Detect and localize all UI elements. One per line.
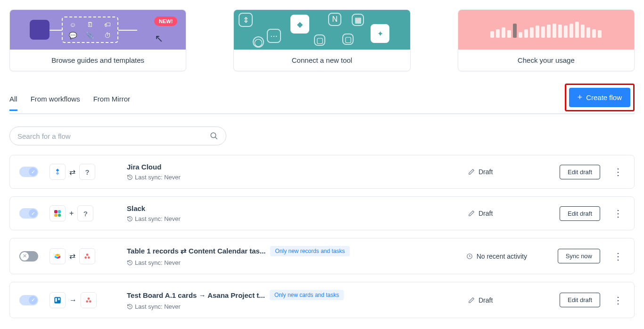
source-app-icon [50, 292, 66, 308]
flow-toggle[interactable]: ✓ [19, 208, 38, 219]
svg-rect-8 [58, 298, 59, 300]
target-app-icon: ? [79, 164, 95, 180]
source-app-icon [50, 205, 66, 221]
history-icon [127, 304, 133, 310]
flow-kebab-menu[interactable]: ⋮ [611, 295, 625, 306]
history-icon [127, 260, 133, 266]
svg-point-10 [86, 300, 88, 303]
target-app-icon [79, 248, 95, 264]
search-wrap [9, 127, 635, 145]
status-label: Draft [479, 296, 493, 304]
flow-list: ✓ ⇄ ? Jira Cloud Last sync: Never Draft … [9, 155, 635, 318]
tab-all[interactable]: All [9, 88, 17, 111]
flow-toggle[interactable]: ✕ [19, 251, 38, 262]
svg-rect-7 [55, 298, 57, 302]
flow-kebab-menu[interactable]: ⋮ [611, 251, 625, 262]
status-label: No recent activity [477, 253, 527, 260]
status-icon [468, 210, 475, 217]
svg-line-1 [215, 137, 217, 139]
status-icon [468, 297, 475, 304]
tabs-group: All From workflows From Mirror [9, 88, 130, 111]
create-flow-highlight: + Create flow [565, 84, 635, 111]
promo-banner-guides: ☺🗓🏷 💬📎⏱ NEW! ↖ [10, 10, 186, 50]
source-app-icon [50, 164, 66, 180]
status-icon [468, 169, 475, 175]
cursor-icon: ↖ [155, 33, 163, 45]
history-icon [127, 216, 133, 222]
direction-icon: + [69, 209, 74, 218]
flow-action-button[interactable]: Edit draft [560, 293, 600, 307]
flow-action-button[interactable]: Edit draft [560, 206, 600, 221]
flow-icons: ⇄ ? [50, 164, 116, 180]
flow-badge: Only new cards and tasks [270, 290, 344, 300]
promo-card-connect[interactable]: ⇕ ⋯ ◆ N ▦ ✦ ◯ ▢ ▢ Connect a new tool [233, 9, 410, 71]
svg-point-9 [88, 297, 90, 300]
flow-kebab-menu[interactable]: ⋮ [611, 208, 625, 219]
dashed-icons-group: ☺🗓🏷 💬📎⏱ [62, 17, 118, 43]
flow-status: No recent activity [466, 253, 546, 260]
promo-label: Browse guides and templates [10, 50, 186, 71]
svg-point-0 [211, 133, 216, 138]
flow-last-sync: Last sync: Never [127, 303, 457, 310]
flow-last-sync: Last sync: Never [127, 174, 457, 181]
status-label: Draft [479, 210, 493, 217]
flow-kebab-menu[interactable]: ⋮ [611, 166, 625, 177]
flow-last-sync: Last sync: Never [127, 259, 455, 266]
tab-from-mirror[interactable]: From Mirror [93, 88, 130, 111]
flow-action-button[interactable]: Sync now [558, 249, 600, 263]
promo-banner-connect: ⇕ ⋯ ◆ N ▦ ✦ ◯ ▢ ▢ [234, 10, 410, 50]
flow-title[interactable]: Table 1 records ⇄ Content Calendar tas..… [127, 247, 265, 255]
target-app-icon: ? [77, 205, 93, 221]
promo-label: Connect a new tool [234, 50, 410, 71]
source-app-icon [50, 248, 66, 264]
search-icon [210, 132, 218, 140]
flow-status: Draft [468, 168, 548, 176]
status-label: Draft [479, 168, 493, 176]
flow-toggle[interactable]: ✓ [19, 167, 38, 177]
create-flow-button[interactable]: + Create flow [569, 88, 630, 107]
promo-card-guides[interactable]: ☺🗓🏷 💬📎⏱ NEW! ↖ Browse guides and templat… [9, 9, 186, 71]
purple-node-icon [30, 20, 50, 40]
new-badge: NEW! [154, 17, 177, 26]
status-icon [466, 253, 473, 260]
flow-icons: → [50, 292, 116, 308]
target-app-icon [81, 292, 97, 308]
flow-action-button[interactable]: Edit draft [560, 165, 600, 179]
flow-title[interactable]: Test Board A.1 cards → Asana Project t..… [127, 291, 265, 299]
direction-icon: ⇄ [69, 168, 75, 177]
svg-point-3 [84, 256, 87, 259]
direction-icon: ⇄ [69, 252, 75, 261]
flow-status: Draft [468, 296, 548, 304]
flow-last-sync: Last sync: Never [127, 215, 457, 222]
flow-badge: Only new records and tasks [270, 246, 349, 256]
flow-toggle[interactable]: ✓ [19, 295, 38, 305]
flow-row: ✓ ⇄ ? Jira Cloud Last sync: Never Draft … [9, 155, 635, 189]
tabs-row: All From workflows From Mirror + Create … [9, 85, 635, 114]
promo-banner-usage [458, 10, 634, 50]
svg-point-4 [88, 256, 90, 259]
flow-status: Draft [468, 210, 548, 217]
usage-bars-icon [490, 22, 602, 38]
promo-card-usage[interactable]: Check your usage [458, 9, 635, 71]
flow-title[interactable]: Jira Cloud [127, 163, 161, 171]
svg-point-2 [86, 253, 89, 256]
flow-title[interactable]: Slack [127, 204, 145, 212]
flow-row: ✓ → Test Board A.1 cards → Asana Project… [9, 282, 635, 318]
promo-label: Check your usage [458, 50, 634, 71]
tab-from-workflows[interactable]: From workflows [31, 88, 80, 111]
history-icon [127, 174, 133, 180]
flow-row: ✕ ⇄ Table 1 records ⇄ Content Calendar t… [9, 238, 635, 274]
flow-row: ✓ + ? Slack Last sync: Never Draft Edit … [9, 196, 635, 230]
flow-icons: + ? [50, 205, 116, 221]
search-input[interactable] [17, 132, 210, 140]
search-container[interactable] [9, 127, 226, 145]
create-flow-label: Create flow [586, 93, 622, 101]
flow-icons: ⇄ [50, 248, 116, 264]
direction-icon: → [69, 296, 77, 304]
promo-cards-row: ☺🗓🏷 💬📎⏱ NEW! ↖ Browse guides and templat… [9, 9, 635, 71]
svg-point-11 [89, 300, 91, 303]
plus-icon: + [578, 93, 583, 102]
